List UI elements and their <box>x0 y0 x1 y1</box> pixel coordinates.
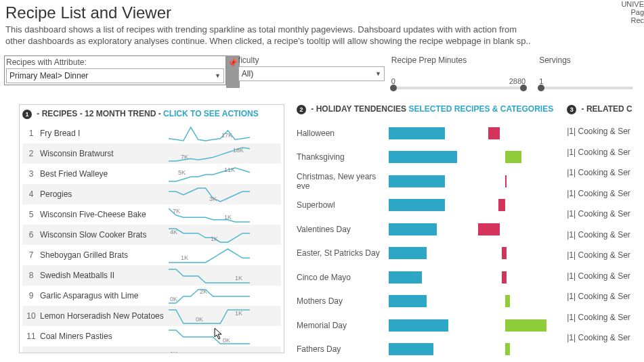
recipe-row[interactable]: 12Booyah Chicken1K <box>22 346 281 353</box>
recipe-name: Wisconsin Five-Cheese Bake <box>40 210 169 219</box>
panel1-actions-link[interactable]: CLICK TO SEE ACTIONS <box>163 109 259 118</box>
recipe-sparkline: 3K <box>169 185 281 203</box>
servings-slider[interactable] <box>539 87 633 89</box>
chevron-down-icon: ▼ <box>375 70 381 77</box>
holiday-name: Superbowl <box>297 200 389 210</box>
spark-value-label: 2K <box>200 288 207 295</box>
recipe-row[interactable]: 6Wisconsin Slow Cooker Brats4K1K <box>22 225 281 245</box>
holiday-name: Mothers Day <box>297 296 389 306</box>
related-category-row[interactable]: |1| Cooking & Ser <box>567 266 632 287</box>
related-categories-panel: 3 - RELATED CAT |1| Cooking & Ser|1| Coo… <box>567 104 632 361</box>
spark-value-label: 1K <box>235 275 242 281</box>
servings-label: Servings <box>539 55 633 65</box>
page-title: Recipe List and Viewer <box>5 4 639 22</box>
holiday-name: Cinco de Mayo <box>297 273 389 282</box>
page-subtitle: This dashboard shows a list of recipes w… <box>5 24 534 47</box>
related-category-row[interactable]: |1| Cooking & Ser <box>567 245 632 266</box>
recipe-sparkline: 0K1K <box>169 307 281 325</box>
holiday-name: Halloween <box>297 129 389 138</box>
related-category-row[interactable]: |1| Cooking & Ser <box>567 204 632 225</box>
holiday-bar-delta <box>502 247 507 259</box>
holiday-bar-delta <box>505 319 546 332</box>
recipe-row[interactable]: 3Best Fried Walleye5K11K <box>22 164 281 184</box>
recipe-row[interactable]: 4Perogies3K <box>22 184 281 204</box>
prep-minutes-slider[interactable] <box>391 87 525 89</box>
recipe-name: Swedish Meatballs II <box>40 271 169 280</box>
recipe-row[interactable]: 5Wisconsin Five-Cheese Bake7K1K <box>22 204 281 225</box>
spark-value-label: 1K <box>170 350 177 353</box>
panel1-number-icon: 1 <box>22 110 32 119</box>
holiday-row[interactable]: Fathers Day <box>297 338 555 362</box>
slider-thumb-min[interactable] <box>538 85 544 91</box>
holiday-bar-delta <box>505 175 507 187</box>
recipes-panel: 1 - RECIPES - 12 MONTH TREND - CLICK TO … <box>19 104 284 353</box>
recipe-row[interactable]: 7Sheboygan Grilled Brats1K <box>22 245 281 265</box>
holiday-bar-delta <box>478 223 500 235</box>
prep-minutes-label: Recipe Prep Minutes <box>391 55 525 65</box>
holiday-bar-chart <box>389 175 555 187</box>
recipe-row[interactable]: 2Wisconsin Bratwurst7K18K <box>22 143 281 164</box>
attribute-filter-box: Recipes with Attribute: Primary Meal> Di… <box>4 55 226 85</box>
holiday-panel: 2 - HOLIDAY TENDENCIES SELECTED RECIPES … <box>297 104 555 361</box>
recipe-row[interactable]: 1Fry Bread I17K <box>22 123 281 143</box>
holiday-bar-primary <box>389 295 427 307</box>
recipe-row[interactable]: 8Swedish Meatballs II1K <box>22 265 281 286</box>
recipe-rank: 1 <box>22 129 40 138</box>
spark-value-label: 18K <box>233 147 244 154</box>
related-category-row[interactable]: |1| Cooking & Ser <box>567 307 632 328</box>
corner-text-1: UNIVE <box>621 0 644 8</box>
difficulty-dropdown[interactable]: All) ▼ <box>238 66 385 81</box>
recipe-sparkline: 1K <box>169 246 281 264</box>
recipe-rank: 8 <box>22 271 40 280</box>
recipe-name: Lemon Horseradish New Potatoes <box>40 311 169 321</box>
recipe-rank: 5 <box>22 210 40 219</box>
recipe-row[interactable]: 10Lemon Horseradish New Potatoes0K1K <box>22 306 281 326</box>
slider-thumb-max[interactable] <box>520 85 527 91</box>
holiday-name: Easter, St Patricks Day <box>297 248 389 258</box>
holiday-row[interactable]: Superbowl <box>297 194 555 218</box>
recipe-row[interactable]: 9Garlic Asparagus with Lime0K2K <box>22 286 281 306</box>
recipe-name: Wisconsin Bratwurst <box>40 149 169 158</box>
holiday-bar-primary <box>389 223 437 235</box>
holiday-row[interactable]: Christmas, New years eve <box>297 169 555 194</box>
related-category-row[interactable]: |1| Cooking & Ser <box>567 225 632 246</box>
recipe-sparkline: 0K <box>169 327 281 345</box>
holiday-bar-primary <box>389 127 445 139</box>
related-category-row[interactable]: |1| Cooking & Ser <box>567 183 632 204</box>
recipe-rank: 11 <box>22 332 40 341</box>
holiday-row[interactable]: Easter, St Patricks Day <box>297 242 555 266</box>
panel3-number-icon: 3 <box>567 105 576 114</box>
recipe-rank: 4 <box>22 189 40 199</box>
holiday-bar-primary <box>389 343 433 355</box>
holiday-name: Thanksgiving <box>297 152 389 162</box>
related-category-row[interactable]: |1| Cooking & Ser <box>567 121 632 142</box>
related-category-row[interactable]: |1| Cooking & Ser <box>567 286 632 307</box>
holiday-bar-delta <box>488 127 500 139</box>
holiday-bar-chart <box>389 247 555 259</box>
spark-value-label: 3K <box>209 196 217 202</box>
attribute-dropdown[interactable]: Primary Meal> Dinner ▼ <box>6 68 224 83</box>
holiday-row[interactable]: Thanksgiving <box>297 145 555 170</box>
recipe-sparkline: 0K2K <box>169 287 281 304</box>
recipe-sparkline: 7K18K <box>169 145 281 162</box>
recipe-sparkline: 1K <box>169 348 281 353</box>
recipe-name: Garlic Asparagus with Lime <box>40 291 169 300</box>
holiday-bar-chart <box>389 127 555 139</box>
holiday-row[interactable]: Valentines Day <box>297 217 555 242</box>
recipe-row[interactable]: 11Coal Miners Pasties0K <box>22 326 281 346</box>
recipe-name: Wisconsin Slow Cooker Brats <box>40 230 169 240</box>
holiday-row[interactable]: Mothers Day <box>297 290 555 314</box>
holiday-row[interactable]: Halloween <box>297 121 555 145</box>
related-category-row[interactable]: |1| Cooking & Ser <box>567 142 632 163</box>
recipe-rank: 2 <box>22 149 40 158</box>
recipe-rank: 12 <box>22 352 40 353</box>
spark-value-label: 0K <box>170 296 177 302</box>
holiday-row[interactable]: Cinco de Mayo <box>297 265 555 290</box>
holiday-row[interactable]: Memorial Day <box>297 313 555 338</box>
holiday-bar-primary <box>389 247 427 259</box>
attribute-filter-label: Recipes with Attribute: <box>6 58 224 67</box>
slider-thumb-min[interactable] <box>390 85 397 91</box>
spark-value-label: 0K <box>196 316 203 323</box>
related-category-row[interactable]: |1| Cooking & Ser <box>567 327 632 348</box>
related-category-row[interactable]: |1| Cooking & Ser <box>567 162 632 183</box>
